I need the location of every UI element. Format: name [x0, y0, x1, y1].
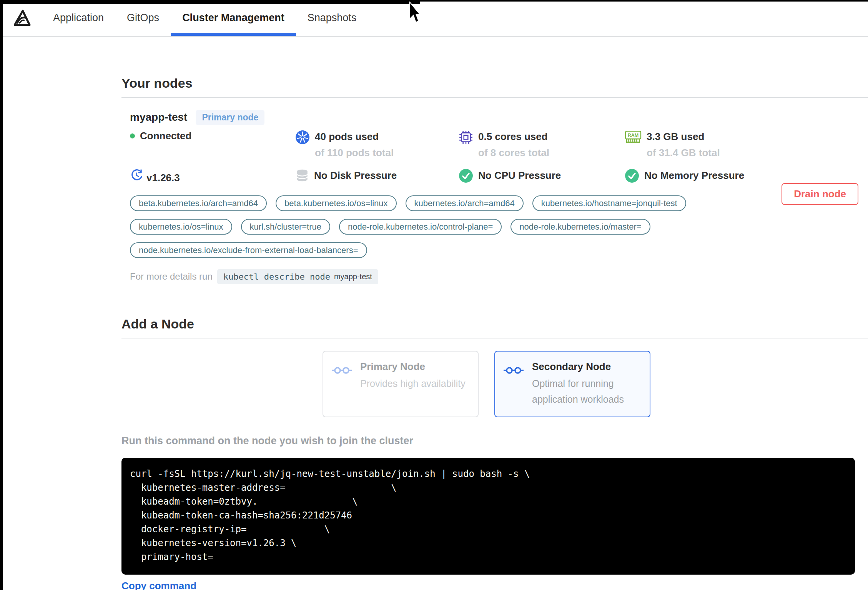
- primary-node-option-description: Provides high availability: [360, 376, 466, 392]
- memory-pressure-condition: No Memory Pressure: [625, 168, 744, 183]
- code-line: kubeadm-token=0ztbvy. \: [130, 495, 855, 508]
- node-stats-row: Connected: [130, 130, 868, 168]
- check-circle-icon: [625, 168, 639, 183]
- kubectl-command-chip: kubectl describe node myapp-test: [217, 269, 378, 284]
- tab-cluster-management[interactable]: Cluster Management: [171, 0, 296, 36]
- code-line: docker-registry-ip= \: [130, 522, 855, 536]
- code-line: curl -fsSL https://kurl.sh/jq-new-test-u…: [130, 467, 855, 481]
- primary-node-option[interactable]: Primary Node Provides high availability: [323, 351, 479, 417]
- cursor-pointer-icon: [408, 2, 421, 24]
- memory-pressure-label: No Memory Pressure: [644, 168, 744, 182]
- your-nodes-title: Your nodes: [121, 37, 868, 91]
- tab-application[interactable]: Application: [42, 0, 115, 36]
- secondary-node-option[interactable]: Secondary Node Optimal for running appli…: [494, 351, 650, 417]
- svg-text:RAM: RAM: [628, 133, 639, 138]
- node-type-options: Primary Node Provides high availability: [323, 351, 868, 417]
- disk-cylinder-icon: [295, 168, 309, 182]
- section-divider: [121, 338, 868, 338]
- code-line: kubeadm-token-ca-hash=sha256:221d25746: [130, 508, 855, 522]
- top-nav: Application GitOps Cluster Management Sn…: [0, 0, 868, 37]
- code-line: kubernetes-master-address= \: [130, 481, 855, 495]
- cpu-pressure-label: No CPU Pressure: [478, 168, 561, 182]
- memory-used-value: 3.3 GB used: [647, 130, 720, 143]
- code-line: kubernetes-version=v1.26.3 \: [130, 536, 855, 550]
- code-line: primary-host=: [130, 550, 855, 564]
- pods-stat: 40 pods used of 110 pods total: [295, 130, 394, 159]
- disk-pressure-label: No Disk Pressure: [314, 168, 397, 182]
- pods-total-value: of 110 pods total: [315, 147, 394, 159]
- secondary-node-option-title: Secondary Node: [532, 361, 641, 373]
- primary-node-badge: Primary node: [196, 110, 264, 125]
- memory-stat: RAM 3.3 GB used of 31.4 GB total: [625, 130, 720, 159]
- tab-snapshots[interactable]: Snapshots: [296, 0, 368, 36]
- kubectl-command-text: kubectl describe node: [223, 272, 330, 282]
- node-conditions-row: v1.26.3 No Di: [130, 168, 868, 190]
- join-command-code-block[interactable]: curl -fsSL https://kurl.sh/jq-new-test-u…: [121, 458, 855, 575]
- details-prefix: For more details run: [130, 271, 213, 282]
- join-command-instruction: Run this command on the node you wish to…: [121, 435, 868, 447]
- node-labels-row: kubernetes.io/os=linux kurl.sh/cluster=t…: [130, 219, 868, 235]
- copy-command-link[interactable]: Copy command: [121, 580, 196, 590]
- connected-status-dot-icon: [130, 133, 135, 138]
- node-details-hint: For more details run kubectl describe no…: [130, 268, 868, 285]
- node-label-pill: kubernetes.io/arch=amd64: [406, 195, 524, 211]
- ram-icon: RAM: [625, 130, 642, 144]
- disk-pressure-condition: No Disk Pressure: [295, 168, 397, 182]
- kubectl-node-name: myapp-test: [334, 272, 372, 281]
- cores-total-value: of 8 cores total: [478, 147, 549, 159]
- node-labels-row: beta.kubernetes.io/arch=amd64 beta.kuber…: [130, 195, 868, 211]
- pods-used-value: 40 pods used: [315, 130, 394, 143]
- window-edge-left: [0, 0, 3, 590]
- tab-gitops[interactable]: GitOps: [115, 0, 171, 36]
- node-card: myapp-test Primary node Connected: [121, 98, 868, 285]
- window-edge-top-thin: [420, 0, 868, 2]
- check-circle-icon: [459, 168, 473, 183]
- node-label-pill: beta.kubernetes.io/os=linux: [276, 195, 396, 211]
- version-refresh-icon: [130, 168, 144, 182]
- node-label-pill: node-role.kubernetes.io/master=: [510, 219, 650, 235]
- memory-total-value: of 31.4 GB total: [647, 147, 720, 159]
- add-node-section: Add a Node Primary Nod: [121, 317, 868, 590]
- node-name: myapp-test: [130, 111, 187, 123]
- cpu-pressure-condition: No CPU Pressure: [459, 168, 561, 183]
- node-labels: beta.kubernetes.io/arch=amd64 beta.kuber…: [130, 195, 868, 258]
- node-label-pill: node-role.kubernetes.io/control-plane=: [339, 219, 502, 235]
- node-labels-row: node.kubernetes.io/exclude-from-external…: [130, 242, 868, 258]
- cores-stat: 0.5 cores used of 8 cores total: [459, 130, 549, 159]
- node-link-icon: [332, 365, 352, 407]
- node-label-pill: kubernetes.io/hostname=jonquil-test: [532, 195, 686, 211]
- node-label-pill: beta.kubernetes.io/arch=amd64: [130, 195, 267, 211]
- secondary-node-option-description: Optimal for running application workload…: [532, 376, 641, 407]
- drain-node-button[interactable]: Drain node: [782, 183, 858, 205]
- node-label-pill: node.kubernetes.io/exclude-from-external…: [130, 242, 367, 258]
- kubernetes-version: v1.26.3: [130, 168, 180, 185]
- window-edge-top: [0, 0, 420, 4]
- kubernetes-pods-icon: [295, 130, 310, 145]
- primary-node-option-title: Primary Node: [360, 361, 466, 373]
- main-content: Your nodes myapp-test Primary node Conne…: [0, 37, 868, 590]
- node-label-pill: kubernetes.io/os=linux: [130, 219, 232, 235]
- node-header: myapp-test Primary node: [130, 110, 868, 125]
- nav-tabs: Application GitOps Cluster Management Sn…: [42, 0, 368, 36]
- cores-used-value: 0.5 cores used: [478, 130, 549, 143]
- add-node-title: Add a Node: [121, 317, 868, 332]
- kurl-logo-icon: [12, 0, 31, 36]
- connection-status: Connected: [130, 130, 191, 142]
- cpu-chip-icon: [459, 130, 473, 145]
- version-label: v1.26.3: [146, 171, 180, 185]
- connection-status-label: Connected: [140, 130, 191, 142]
- your-nodes-section: Your nodes myapp-test Primary node Conne…: [121, 37, 868, 285]
- node-link-icon: [504, 365, 524, 407]
- node-label-pill: kurl.sh/cluster=true: [241, 219, 330, 235]
